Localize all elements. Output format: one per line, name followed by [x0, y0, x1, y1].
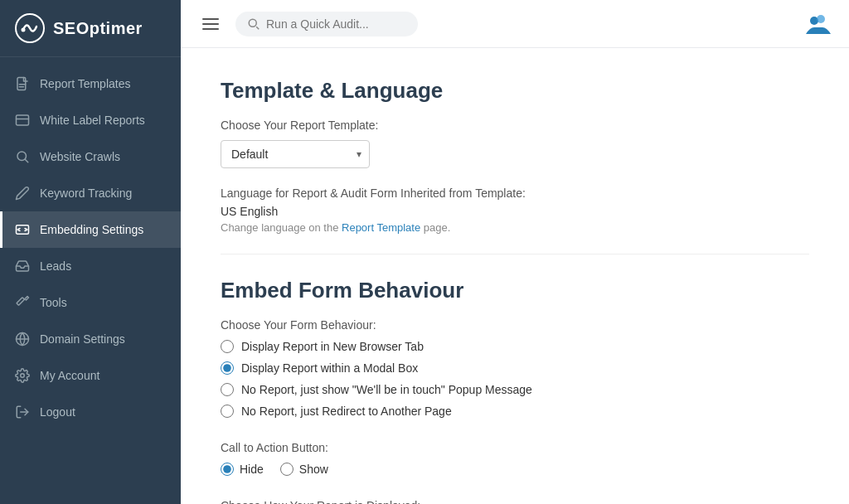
sidebar-item-label: Report Templates — [40, 77, 130, 90]
behaviour-popup-label: No Report, just show "We'll be in touch"… — [241, 383, 532, 396]
sidebar-item-embedding-settings[interactable]: Embedding Settings — [0, 211, 181, 248]
hamburger-button[interactable] — [197, 13, 224, 35]
topbar-left — [197, 12, 418, 36]
embed-behaviour-title: Embed Form Behaviour — [221, 278, 809, 303]
language-hint: Change language on the Report Template p… — [221, 221, 809, 234]
report-display-section: Choose How Your Report is Displayed: PDF… — [221, 499, 809, 504]
behaviour-new-tab-label: Display Report in New Browser Tab — [241, 340, 424, 353]
cta-show[interactable]: Show — [280, 463, 328, 476]
cta-hide-label: Hide — [240, 463, 264, 476]
search-input[interactable] — [266, 17, 399, 31]
language-label: Language for Report & Audit Form Inherit… — [221, 187, 809, 200]
sidebar-item-label: White Label Reports — [40, 114, 145, 127]
sidebar-item-label: Embedding Settings — [40, 223, 143, 236]
choose-template-label: Choose Your Report Template: — [221, 119, 809, 132]
search-icon — [247, 17, 260, 30]
behaviour-new-tab-radio[interactable] — [221, 340, 234, 353]
sidebar-item-keyword-tracking[interactable]: Keyword Tracking — [0, 175, 181, 211]
cta-button-label: Call to Action Button: — [221, 441, 809, 454]
logout-icon — [15, 405, 30, 419]
tag-icon — [15, 113, 30, 128]
logo-area: SEOptimer — [0, 0, 181, 57]
svg-line-15 — [256, 27, 259, 29]
cta-show-radio[interactable] — [280, 463, 294, 476]
behaviour-redirect-radio[interactable] — [221, 405, 234, 418]
gear-icon — [15, 368, 30, 383]
document-icon — [15, 76, 30, 91]
sidebar-item-tools[interactable]: Tools — [0, 284, 181, 321]
svg-rect-5 — [17, 115, 29, 125]
cta-radio-group: Hide Show — [221, 463, 809, 476]
sidebar-item-label: Logout — [40, 405, 75, 419]
svg-point-1 — [22, 28, 26, 32]
cta-hide-radio[interactable] — [221, 463, 234, 476]
behaviour-new-tab[interactable]: Display Report in New Browser Tab — [221, 340, 809, 353]
cta-button-section: Call to Action Button: Hide Show — [221, 441, 809, 476]
template-select[interactable]: Default Custom 1 Custom 2 — [221, 140, 370, 168]
sidebar-item-label: Keyword Tracking — [40, 187, 132, 200]
behaviour-redirect[interactable]: No Report, just Redirect to Another Page — [221, 405, 809, 418]
sidebar-item-label: Domain Settings — [40, 332, 125, 346]
sidebar-item-report-templates[interactable]: Report Templates — [0, 65, 181, 102]
sidebar-nav: Report Templates White Label Reports Web… — [0, 57, 181, 504]
user-icon[interactable] — [803, 9, 832, 39]
brand-name: SEOptimer — [53, 19, 143, 38]
template-language-title: Template & Language — [221, 78, 809, 104]
report-template-link[interactable]: Report Template — [342, 221, 420, 234]
topbar-right — [803, 9, 832, 39]
svg-line-8 — [25, 159, 27, 162]
search-circle-icon — [15, 149, 30, 164]
svg-point-7 — [17, 152, 27, 161]
cta-hide[interactable]: Hide — [221, 463, 264, 476]
inbox-icon — [15, 259, 30, 274]
choose-behaviour-label: Choose Your Form Behaviour: — [221, 318, 809, 332]
language-value: US English — [221, 205, 809, 218]
pen-icon — [15, 186, 30, 201]
brand-logo-icon — [15, 13, 45, 43]
sidebar-item-label: My Account — [40, 369, 99, 382]
behaviour-modal-box[interactable]: Display Report within a Modal Box — [221, 361, 809, 375]
topbar — [181, 0, 849, 48]
template-language-section: Template & Language Choose Your Report T… — [221, 78, 809, 254]
main-content: Template & Language Choose Your Report T… — [181, 48, 849, 504]
sidebar-item-website-crawls[interactable]: Website Crawls — [0, 138, 181, 175]
sidebar-item-white-label-reports[interactable]: White Label Reports — [0, 102, 181, 138]
svg-point-17 — [817, 15, 825, 23]
tools-icon — [15, 295, 30, 310]
cta-show-label: Show — [299, 463, 328, 476]
sidebar-item-label: Leads — [40, 259, 71, 273]
language-section: Language for Report & Audit Form Inherit… — [221, 187, 809, 254]
svg-point-14 — [249, 19, 256, 27]
globe-icon — [15, 332, 30, 346]
search-bar[interactable] — [235, 12, 418, 36]
embed-behaviour-section: Embed Form Behaviour Choose Your Form Be… — [221, 278, 809, 418]
sidebar-item-my-account[interactable]: My Account — [0, 357, 181, 394]
sidebar-item-label: Website Crawls — [40, 150, 120, 163]
behaviour-modal-label: Display Report within a Modal Box — [241, 361, 418, 375]
behaviour-popup[interactable]: No Report, just show "We'll be in touch"… — [221, 383, 809, 396]
behaviour-modal-radio[interactable] — [221, 361, 234, 375]
sidebar: SEOptimer Report Templates White Label R… — [0, 0, 181, 504]
sidebar-item-label: Tools — [40, 296, 67, 309]
behaviour-popup-radio[interactable] — [221, 383, 234, 396]
main-wrap: Template & Language Choose Your Report T… — [181, 0, 849, 504]
embed-icon — [15, 222, 30, 237]
sidebar-item-domain-settings[interactable]: Domain Settings — [0, 321, 181, 357]
sidebar-item-leads[interactable]: Leads — [0, 248, 181, 284]
svg-point-12 — [21, 374, 25, 378]
sidebar-item-logout[interactable]: Logout — [0, 394, 181, 430]
behaviour-radio-group: Display Report in New Browser Tab Displa… — [221, 340, 809, 418]
template-select-wrap[interactable]: Default Custom 1 Custom 2 ▾ — [221, 140, 370, 168]
behaviour-redirect-label: No Report, just Redirect to Another Page — [241, 405, 452, 418]
report-display-label: Choose How Your Report is Displayed: — [221, 499, 809, 504]
